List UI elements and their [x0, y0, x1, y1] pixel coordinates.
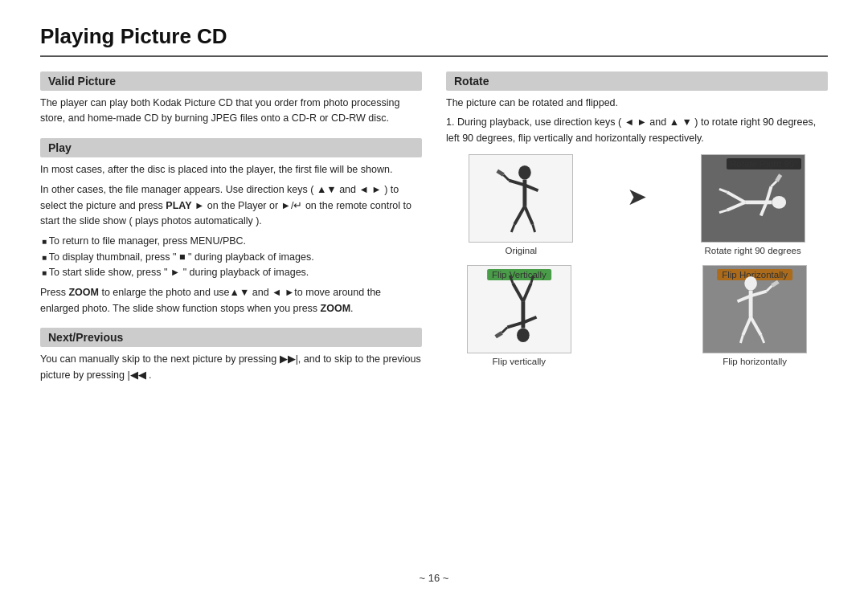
- image-flip-v: Flip Vertically: [467, 265, 571, 366]
- svg-point-0: [518, 165, 531, 180]
- svg-point-30: [744, 276, 757, 291]
- play-bullet-3: To start slide show, press " ► " during …: [42, 265, 422, 280]
- section-rotate: Rotate The picture can be rotated and fl…: [446, 71, 828, 366]
- valid-picture-text: The player can play both Kodak Picture C…: [40, 96, 422, 127]
- left-column: Valid Picture The player can play both K…: [40, 71, 422, 564]
- image-original: Original: [469, 154, 573, 255]
- player-normal-svg: [489, 163, 553, 234]
- svg-point-20: [517, 329, 530, 343]
- svg-line-18: [719, 210, 727, 213]
- svg-line-39: [772, 282, 779, 286]
- play-bullets: To return to file manager, press MENU/PB…: [40, 234, 422, 280]
- svg-line-29: [495, 333, 502, 337]
- rotated-image-box: Rotate Right 90°: [701, 154, 805, 243]
- rotate-images-container: Original ➤ Rotate Right 90°: [446, 154, 828, 366]
- svg-line-8: [533, 224, 535, 232]
- svg-line-15: [727, 192, 744, 202]
- svg-line-5: [515, 206, 526, 224]
- section-next-previous: Next/Previous You can manually skip to t…: [40, 328, 422, 383]
- svg-line-26: [510, 276, 513, 284]
- svg-line-14: [760, 202, 766, 216]
- svg-line-38: [741, 335, 743, 343]
- svg-line-35: [751, 317, 761, 335]
- right-column: Rotate The picture can be rotated and fl…: [446, 71, 828, 564]
- player-rotated-svg: [718, 166, 788, 231]
- svg-line-23: [502, 328, 507, 333]
- svg-line-12: [766, 186, 771, 202]
- rotate-intro: The picture can be rotated and flipped.: [446, 96, 828, 111]
- play-para2: In other cases, the file manager appears…: [40, 182, 422, 229]
- svg-line-22: [507, 323, 523, 328]
- svg-line-25: [513, 284, 523, 301]
- play-bullet-2: To display thumbnail, press " ■ " during…: [42, 250, 422, 265]
- svg-line-37: [743, 317, 751, 335]
- rotate-row2: Flip Vertically: [446, 265, 828, 366]
- flipv-image-box: Flip Vertically: [467, 265, 571, 353]
- rotate-right-label: Rotate right 90 degrees: [705, 246, 801, 255]
- section-play: Play In most cases, after the disc is pl…: [40, 138, 422, 316]
- svg-line-2: [510, 181, 526, 186]
- play-para1: In most cases, after the disc is placed …: [40, 162, 422, 178]
- rotate-header: Rotate: [446, 71, 828, 91]
- flipv-label: Flip vertically: [493, 357, 546, 366]
- svg-line-17: [727, 202, 744, 210]
- page-title: Playing Picture CD: [40, 24, 828, 57]
- original-label: Original: [506, 246, 538, 255]
- page: Playing Picture CD Valid Picture The pla…: [0, 0, 868, 600]
- next-previous-text: You can manually skip to the next pictur…: [40, 352, 422, 383]
- play-para3: Press ZOOM to enlarge the photo and use▲…: [40, 285, 422, 316]
- arrow-right: ➤: [627, 182, 647, 228]
- svg-line-19: [776, 175, 780, 182]
- svg-line-28: [530, 276, 533, 284]
- svg-line-3: [504, 175, 510, 181]
- image-flip-h: Flip Horizontally: [702, 265, 807, 366]
- svg-line-13: [771, 182, 776, 187]
- play-header: Play: [40, 138, 422, 157]
- svg-line-32: [751, 292, 767, 296]
- svg-line-33: [767, 286, 772, 292]
- svg-line-6: [512, 224, 515, 232]
- player-flipv-svg: [487, 274, 551, 345]
- page-number: ~ 16 ~: [40, 572, 828, 584]
- svg-line-27: [523, 284, 531, 301]
- play-bullet-1: To return to file manager, press MENU/PB…: [42, 234, 422, 249]
- valid-picture-header: Valid Picture: [40, 71, 422, 91]
- svg-line-16: [719, 189, 727, 192]
- svg-line-36: [761, 335, 764, 343]
- svg-line-4: [525, 186, 538, 191]
- rotate-instruction: 1. During playback, use direction keys (…: [446, 115, 828, 146]
- svg-point-10: [772, 196, 786, 209]
- svg-line-7: [525, 206, 533, 224]
- fliph-label: Flip horizontally: [723, 357, 787, 366]
- two-column-layout: Valid Picture The player can play both K…: [40, 71, 828, 564]
- image-rotate-right: Rotate Right 90°: [701, 154, 805, 255]
- fliph-image-box: Flip Horizontally: [702, 265, 807, 353]
- svg-line-9: [497, 171, 504, 175]
- section-valid-picture: Valid Picture The player can play both K…: [40, 71, 422, 127]
- next-previous-header: Next/Previous: [40, 328, 422, 347]
- rotate-row1: Original ➤ Rotate Right 90°: [446, 154, 828, 255]
- original-image-box: [469, 154, 573, 243]
- player-fliph-svg: [723, 274, 787, 345]
